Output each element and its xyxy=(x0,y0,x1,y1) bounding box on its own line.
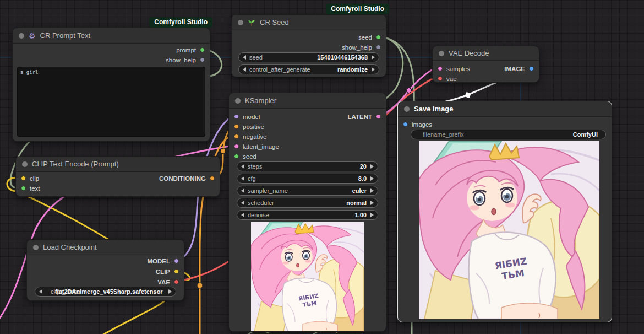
control-after-generate-widget[interactable]: control_after_generate randomize xyxy=(238,64,379,74)
node-save-image[interactable]: Save Image images filename_prefix ComfyU… xyxy=(397,101,612,322)
node-titlebar[interactable]: Load Checkpoint xyxy=(27,240,184,255)
input-seed[interactable]: seed xyxy=(229,152,386,160)
output-model[interactable]: MODEL xyxy=(27,257,184,265)
input-vae[interactable]: vae xyxy=(433,74,539,83)
input-latent-image[interactable]: latent_image xyxy=(229,142,386,150)
widget-label: cfg xyxy=(248,175,256,182)
port-dot[interactable] xyxy=(376,114,381,119)
port-label: positive xyxy=(243,123,264,130)
input-text[interactable]: text xyxy=(16,184,220,192)
increment-arrow-icon[interactable] xyxy=(372,67,375,72)
increment-arrow-icon[interactable] xyxy=(370,213,374,217)
node-title: CLIP Text Encode (Prompt) xyxy=(32,160,119,168)
port-label: vae xyxy=(446,76,457,82)
port-dot[interactable] xyxy=(174,258,179,263)
port-dot[interactable] xyxy=(234,124,239,129)
port-dot[interactable] xyxy=(376,45,381,50)
decrement-arrow-icon[interactable] xyxy=(241,213,244,217)
output-latent[interactable]: LATENT xyxy=(229,112,386,121)
port-dot[interactable] xyxy=(403,122,408,127)
output-seed[interactable]: seed xyxy=(232,33,386,41)
port-label: IMAGE xyxy=(504,66,525,72)
input-positive[interactable]: positive xyxy=(229,122,386,131)
node-titlebar[interactable]: ⚙ CR Prompt Text xyxy=(13,28,210,44)
decrement-arrow-icon[interactable] xyxy=(241,188,244,193)
sampler-name-widget[interactable]: sampler_name euler xyxy=(237,186,378,196)
node-titlebar[interactable]: VAE Decode xyxy=(433,46,539,61)
output-vae[interactable]: VAE xyxy=(27,278,184,286)
decrement-arrow-icon[interactable] xyxy=(243,55,246,60)
node-clip-text-encode[interactable]: CLIP Text Encode (Prompt) clip text COND… xyxy=(15,156,220,197)
comfyui-graph-canvas[interactable]: Comfyroll Studio Comfyroll Studio ⚙ CR P… xyxy=(0,0,644,334)
collapse-dot[interactable] xyxy=(22,161,28,167)
decrement-arrow-icon[interactable] xyxy=(241,176,244,181)
input-negative[interactable]: negative xyxy=(229,132,386,141)
port-label: MODEL xyxy=(147,258,170,265)
port-dot[interactable] xyxy=(200,57,205,62)
node-titlebar[interactable]: KSampler xyxy=(229,93,386,109)
collapse-dot[interactable] xyxy=(439,51,444,56)
node-cr-seed[interactable]: CR Seed seed show_help seed 154010446154… xyxy=(231,14,386,77)
collapse-dot[interactable] xyxy=(235,98,241,104)
seed-widget[interactable]: seed 154010446154368 xyxy=(238,52,379,62)
node-load-checkpoint[interactable]: Load Checkpoint MODEL CLIP VAE ckpt_name… xyxy=(26,239,184,301)
increment-arrow-icon[interactable] xyxy=(370,188,374,193)
prompt-textarea[interactable]: a girl xyxy=(17,67,205,137)
increment-arrow-icon[interactable] xyxy=(168,289,172,294)
node-ksampler[interactable]: KSampler model positive negative latent_… xyxy=(228,93,386,332)
steps-widget[interactable]: steps 20 xyxy=(237,161,378,171)
port-dot[interactable] xyxy=(234,144,239,149)
output-show-help[interactable]: show_help xyxy=(13,56,210,64)
output-show-help[interactable]: show_help xyxy=(232,43,386,51)
node-badge: Comfyroll Studio xyxy=(326,4,389,14)
output-conditioning[interactable]: CONDITIONING xyxy=(16,174,220,182)
input-images[interactable]: images xyxy=(398,120,612,128)
collapse-dot[interactable] xyxy=(33,245,39,250)
port-dot[interactable] xyxy=(529,66,534,71)
port-dot[interactable] xyxy=(234,154,239,159)
cfg-widget[interactable]: cfg 8.0 xyxy=(237,174,378,184)
port-label: text xyxy=(30,185,40,192)
increment-arrow-icon[interactable] xyxy=(370,201,374,205)
decrement-arrow-icon[interactable] xyxy=(241,164,244,169)
ckpt-name-widget[interactable]: ckpt_name flat2DAnimerge_v45Sharp.safete… xyxy=(35,287,176,297)
port-dot[interactable] xyxy=(210,176,215,181)
widget-value: normal xyxy=(346,200,367,206)
increment-arrow-icon[interactable] xyxy=(370,176,374,181)
decrement-arrow-icon[interactable] xyxy=(39,289,42,294)
node-cr-prompt-text[interactable]: ⚙ CR Prompt Text prompt show_help a girl xyxy=(12,28,210,142)
node-titlebar[interactable]: CLIP Text Encode (Prompt) xyxy=(16,157,220,172)
collapse-dot[interactable] xyxy=(19,33,24,39)
output-clip[interactable]: CLIP xyxy=(27,267,184,276)
node-title: KSampler xyxy=(245,96,276,105)
port-dot[interactable] xyxy=(174,269,179,274)
port-dot[interactable] xyxy=(438,76,443,81)
increment-arrow-icon[interactable] xyxy=(370,164,374,169)
denoise-widget[interactable]: denoise 1.00 xyxy=(237,210,378,220)
widget-label: seed xyxy=(249,54,263,61)
port-dot[interactable] xyxy=(200,47,205,52)
filename-prefix-widget[interactable]: filename_prefix ComfyUI xyxy=(411,130,606,139)
output-image[interactable]: IMAGE xyxy=(433,64,539,73)
output-prompt[interactable]: prompt xyxy=(13,46,210,54)
port-dot[interactable] xyxy=(234,134,239,139)
widget-label: denoise xyxy=(248,212,269,218)
scheduler-widget[interactable]: scheduler normal xyxy=(237,198,378,208)
widget-label: scheduler xyxy=(248,200,274,206)
port-dot[interactable] xyxy=(376,35,381,40)
save-image-preview xyxy=(419,141,599,319)
ksampler-preview-image xyxy=(251,222,364,331)
node-vae-decode[interactable]: VAE Decode samples vae IMAGE xyxy=(432,46,539,83)
node-title: CR Seed xyxy=(260,18,289,26)
seedling-icon xyxy=(248,19,255,26)
collapse-dot[interactable] xyxy=(238,20,243,25)
port-dot[interactable] xyxy=(21,186,26,191)
node-titlebar[interactable]: Save Image xyxy=(398,101,612,117)
port-dot[interactable] xyxy=(174,279,179,284)
decrement-arrow-icon[interactable] xyxy=(241,201,244,205)
node-titlebar[interactable]: CR Seed xyxy=(232,15,386,30)
decrement-arrow-icon[interactable] xyxy=(243,67,246,72)
widget-label: steps xyxy=(248,163,262,170)
collapse-dot[interactable] xyxy=(404,106,410,112)
increment-arrow-icon[interactable] xyxy=(372,55,375,60)
